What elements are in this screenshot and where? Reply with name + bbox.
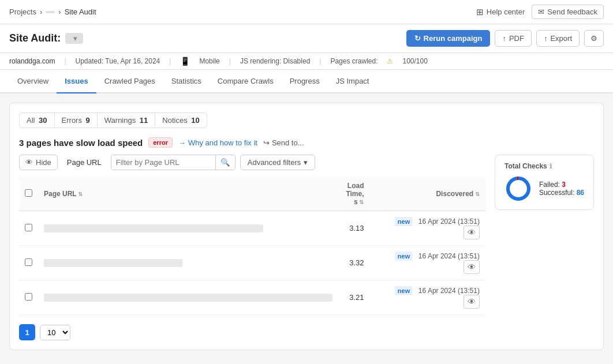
warning-icon: ⚠ (387, 57, 393, 65)
date-1: 16 Apr 2024 (13:51) (418, 217, 480, 226)
refresh-icon: ↻ (414, 34, 421, 43)
view-button-1[interactable]: 👁 (464, 226, 480, 239)
meta-bar: rolanddga.com | Updated: Tue, Apr 16, 20… (0, 53, 613, 70)
url-cell-1 (38, 211, 338, 246)
export-label: Export (550, 34, 572, 43)
breadcrumb-sep2: › (58, 7, 61, 16)
total-checks-panel: Total Checks ℹ Failed: 3 (495, 155, 594, 210)
rerun-campaign-button[interactable]: ↻ Rerun campaign (406, 30, 491, 47)
issues-table: Page URL Load Time, s Discovered 3.13 (19, 177, 485, 315)
nav-tabs: Overview Issues Crawled Pages Statistics… (0, 70, 613, 93)
row-checkbox-2[interactable] (25, 258, 32, 266)
page-header: Site Audit: ▾ ↻ Rerun campaign ↑ PDF ↑ E… (0, 24, 613, 53)
new-badge-2: new (395, 252, 413, 261)
load-time-column-header[interactable]: Load Time, s (338, 177, 370, 211)
send-to-label: Send to... (272, 138, 304, 147)
table-controls: 👁 Hide Page URL 🔍 Advanced filters ▾ (19, 155, 485, 170)
load-time-cell-3: 3.21 (338, 280, 370, 315)
export-button[interactable]: ↑ Export (536, 30, 580, 47)
tab-js-impact[interactable]: JS Impact (328, 70, 377, 93)
js-rendering-text: JS rendering: Disabled (240, 57, 310, 65)
tab-progress[interactable]: Progress (282, 70, 328, 93)
filter-errors-count: 9 (86, 116, 90, 125)
header-actions: ↻ Rerun campaign ↑ PDF ↑ Export ⚙ (406, 30, 604, 47)
url-column-label: Page URL (62, 155, 106, 170)
url-cell-3 (38, 280, 338, 315)
row-checkbox-1[interactable] (25, 224, 32, 231)
header-left: Site Audit: ▾ (9, 32, 83, 44)
filter-tab-errors[interactable]: Errors 9 (54, 112, 98, 128)
discovered-cell-2: new 16 Apr 2024 (13:51) 👁 (370, 246, 485, 280)
total-checks-title: Total Checks (504, 162, 547, 170)
feedback-icon: ✉ (538, 7, 544, 16)
search-button[interactable]: 🔍 (215, 155, 235, 170)
tab-statistics[interactable]: Statistics (163, 70, 210, 93)
table-row: 3.21 new 16 Apr 2024 (13:51) 👁 (19, 280, 485, 315)
tab-issues[interactable]: Issues (57, 70, 96, 93)
filter-input-wrap: 🔍 (111, 155, 236, 170)
filter-tab-notices[interactable]: Notices 10 (155, 112, 207, 128)
filter-tab-all[interactable]: All 30 (19, 112, 55, 128)
view-button-2[interactable]: 👁 (464, 260, 480, 274)
discovered-cell-3: new 16 Apr 2024 (13:51) 👁 (370, 280, 485, 315)
url-column-header[interactable]: Page URL (38, 177, 338, 211)
donut-chart (504, 175, 532, 202)
filter-tab-warnings[interactable]: Warnings 11 (97, 112, 156, 128)
select-all-header (19, 177, 38, 211)
page-1-button[interactable]: 1 (19, 324, 35, 340)
send-to-link[interactable]: ↪ Send to... (263, 138, 304, 147)
new-badge-1: new (395, 217, 413, 226)
projects-link[interactable]: Projects (9, 7, 36, 16)
failed-value: 3 (562, 181, 566, 189)
filter-all-label: All (27, 116, 35, 125)
view-button-3[interactable]: 👁 (464, 295, 480, 309)
send-feedback-label: Send feedback (547, 7, 597, 16)
meta-sep1: | (64, 57, 66, 65)
meta-sep3: | (229, 57, 231, 65)
filter-notices-count: 10 (191, 116, 199, 125)
chevron-down-icon: ▾ (73, 34, 77, 43)
help-center-button[interactable]: ⊞ Help center (476, 7, 525, 17)
hide-button[interactable]: 👁 Hide (19, 155, 58, 170)
row-checkbox-3[interactable] (25, 293, 32, 301)
campaign-selector[interactable]: ▾ (65, 33, 83, 44)
per-page-select[interactable]: 10 25 50 (40, 325, 70, 340)
filter-errors-label: Errors (62, 116, 82, 125)
tab-overview[interactable]: Overview (9, 70, 57, 93)
tab-crawled-pages[interactable]: Crawled Pages (96, 70, 163, 93)
help-icon: ⊞ (476, 7, 484, 17)
advanced-filters-label: Advanced filters (248, 158, 301, 167)
successful-value: 86 (577, 189, 584, 197)
upload-icon: ↑ (502, 34, 506, 43)
pdf-label: PDF (509, 34, 524, 43)
updated-text: Updated: Tue, Apr 16, 2024 (76, 57, 160, 65)
page-title: Site Audit: (9, 32, 61, 44)
chevron-down-icon2: ▾ (304, 158, 308, 167)
table-row: 3.32 new 16 Apr 2024 (13:51) 👁 (19, 246, 485, 280)
main-content: All 30 Errors 9 Warnings 11 Notices 10 3… (0, 93, 613, 359)
successful-label: Successful: (539, 189, 574, 197)
issues-card: All 30 Errors 9 Warnings 11 Notices 10 3… (9, 103, 604, 350)
info-icon: ℹ (550, 163, 552, 170)
fix-link[interactable]: → Why and how to fix it (178, 138, 257, 147)
discovered-column-header[interactable]: Discovered (370, 177, 485, 211)
pdf-button[interactable]: ↑ PDF (495, 30, 532, 47)
send-feedback-button[interactable]: ✉ Send feedback (532, 5, 604, 19)
pagination: 1 10 25 50 (19, 324, 485, 340)
advanced-filters-button[interactable]: Advanced filters ▾ (240, 155, 316, 170)
select-all-checkbox[interactable] (25, 189, 32, 197)
load-time-cell-1: 3.13 (338, 211, 370, 246)
site-audit-breadcrumb: Site Audit (65, 7, 96, 16)
project-name-badge (46, 11, 55, 13)
tab-compare-crawls[interactable]: Compare Crawls (210, 70, 282, 93)
arrow-icon: → (178, 138, 186, 147)
date-3: 16 Apr 2024 (13:51) (418, 287, 480, 295)
filter-url-input[interactable] (111, 155, 215, 170)
pages-crawled-label: Pages crawled: (330, 57, 377, 65)
meta-sep2: | (169, 57, 171, 65)
rerun-label: Rerun campaign (424, 34, 483, 43)
date-2: 16 Apr 2024 (13:51) (418, 252, 480, 260)
filter-all-count: 30 (39, 116, 47, 125)
hide-label: Hide (36, 158, 51, 167)
settings-button[interactable]: ⚙ (584, 30, 604, 47)
